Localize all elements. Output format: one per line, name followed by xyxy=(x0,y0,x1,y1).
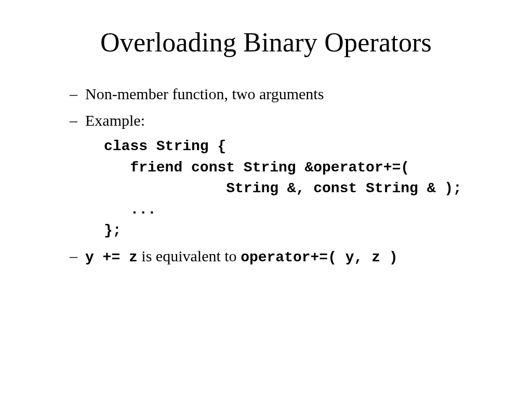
code-line: ... xyxy=(104,202,156,218)
code-line: class String { xyxy=(104,138,226,154)
bullet-item: – y += z is equivalent to operator+=( y,… xyxy=(70,246,501,268)
bullet-dash: – xyxy=(70,110,85,131)
bullet-text: Non-member function, two arguments xyxy=(85,84,324,105)
slide-title: Overloading Binary Operators xyxy=(31,27,501,58)
bullet-text: Example: xyxy=(85,110,145,131)
bullet-item: – Example: xyxy=(70,110,501,131)
bullet-item: – Non-member function, two arguments xyxy=(70,84,501,105)
bullet-text: y += z is equivalent to operator+=( y, z… xyxy=(85,246,398,268)
slide: Overloading Binary Operators – Non-membe… xyxy=(0,0,532,399)
code-line: }; xyxy=(104,222,122,238)
code-line: String &, const String & ); xyxy=(104,180,462,196)
inline-code: operator+=( y, z ) xyxy=(241,249,397,265)
code-line: friend const String &operator+=( xyxy=(104,159,409,176)
code-block: class String { friend const String &oper… xyxy=(104,136,501,242)
bullet-mid-text: is equivalent to xyxy=(138,247,241,264)
bullet-dash: – xyxy=(70,84,85,105)
bullet-dash: – xyxy=(70,246,85,267)
inline-code: y += z xyxy=(85,249,138,265)
slide-body: – Non-member function, two arguments – E… xyxy=(31,84,501,268)
